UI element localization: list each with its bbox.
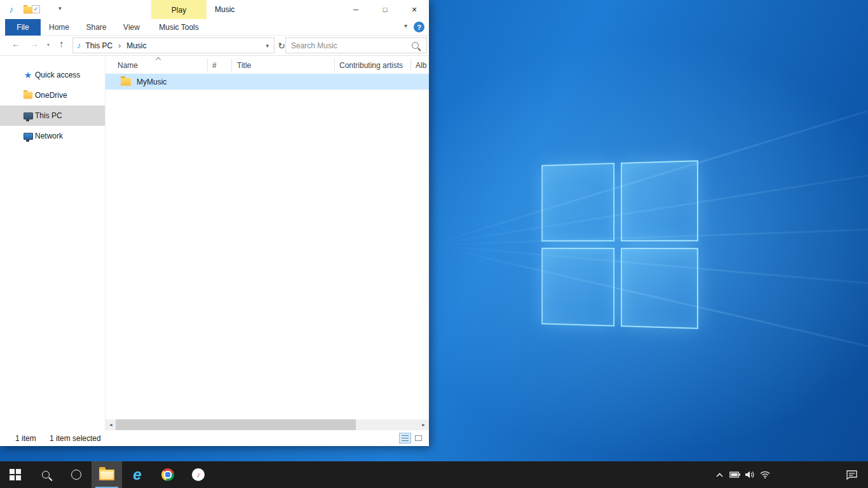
music-note-icon: ♪ (77, 41, 81, 50)
internet-explorer-button[interactable]: e (122, 461, 153, 488)
window-title: Music (215, 5, 234, 14)
chrome-icon (161, 468, 174, 481)
sidebar-item-onedrive[interactable]: OneDrive (0, 85, 105, 105)
details-view-icon (402, 435, 409, 441)
search-icon[interactable] (412, 42, 419, 49)
star-icon: ★ (23, 70, 33, 80)
music-note-icon: ♪ (9, 4, 14, 15)
folder-icon (23, 90, 33, 100)
breadcrumb-separator-icon[interactable]: › (118, 41, 121, 50)
action-center-icon[interactable] (844, 461, 859, 488)
scroll-right-icon[interactable]: ► (418, 419, 429, 430)
column-header-row: Name # Title Contributing artists Alb (105, 56, 429, 74)
column-divider[interactable] (334, 58, 335, 71)
column-divider[interactable] (410, 58, 411, 71)
file-name: MyMusic (137, 78, 166, 86)
status-bar: 1 item 1 item selected (0, 430, 429, 446)
horizontal-scrollbar[interactable]: ◄ ► (105, 419, 429, 430)
tray-chevron-up-icon[interactable] (712, 461, 727, 488)
close-button[interactable]: × (400, 0, 429, 19)
windows-logo-pane (541, 163, 614, 241)
windows-logo (541, 160, 698, 329)
folder-icon (121, 78, 131, 86)
address-dropdown-chevron-icon[interactable]: ▾ (266, 43, 269, 49)
ribbon-tab-row: File Home Share View Music Tools ▾ ? (0, 19, 429, 36)
music-note-icon: ♪ (196, 470, 200, 479)
customize-quick-access-toolbar-chevron-icon[interactable]: ▾ (58, 5, 62, 11)
address-bar[interactable]: ♪ This PC › Music ▾ (72, 37, 275, 53)
new-folder-icon[interactable] (23, 5, 33, 15)
file-explorer-window: ♪ ✓ ▾ Play Music ─ □ × File Home Share V… (0, 0, 429, 446)
tab-share[interactable]: Share (78, 19, 115, 36)
sidebar-item-label: OneDrive (35, 91, 67, 100)
column-header-title[interactable]: Title (237, 61, 251, 70)
volume-icon[interactable] (742, 461, 757, 488)
cortana-icon (71, 470, 81, 480)
breadcrumb-this-pc[interactable]: This PC (86, 41, 113, 50)
chrome-button[interactable] (153, 461, 183, 488)
search-icon (42, 471, 50, 478)
network-icon (23, 131, 33, 141)
column-divider[interactable] (231, 58, 232, 71)
windows-logo-pane (621, 160, 698, 241)
windows-logo-pane (541, 248, 614, 327)
main-area: ★ Quick access OneDrive This PC Network … (0, 56, 429, 430)
file-list: Name # Title Contributing artists Alb My… (105, 56, 429, 430)
cortana-button[interactable] (61, 461, 92, 488)
title-bar[interactable]: ♪ ✓ ▾ Play Music ─ □ × (0, 0, 429, 19)
sidebar-item-label: Network (35, 132, 63, 140)
address-bar-row: ← → ▾ ↑ ♪ This PC › Music ▾ ↻ (0, 36, 429, 56)
search-input[interactable] (286, 41, 412, 50)
column-header-contributing-artists[interactable]: Contributing artists (339, 61, 403, 70)
tab-home[interactable]: Home (41, 19, 78, 36)
sidebar-item-quick-access[interactable]: ★ Quick access (0, 65, 105, 85)
internet-explorer-icon: e (133, 467, 141, 482)
column-divider[interactable] (207, 58, 208, 71)
forward-button[interactable]: → (29, 38, 39, 49)
file-row-mymusic[interactable]: MyMusic (105, 74, 429, 90)
maximize-button[interactable]: □ (370, 0, 400, 19)
taskbar: e ♪ (0, 461, 868, 488)
minimize-button[interactable]: ─ (341, 0, 370, 19)
sidebar-item-label: Quick access (35, 71, 80, 79)
contextual-tab-play[interactable]: Play (151, 0, 207, 20)
battery-icon[interactable] (727, 461, 742, 488)
large-icons-view-button[interactable] (412, 433, 424, 444)
taskbar-file-explorer-button[interactable] (92, 461, 122, 488)
column-header-name[interactable]: Name (118, 61, 138, 70)
back-button[interactable]: ← (11, 38, 21, 49)
computer-icon (23, 111, 33, 121)
recent-locations-chevron-icon[interactable]: ▾ (47, 42, 50, 48)
search-box[interactable] (285, 37, 427, 53)
details-view-button[interactable] (399, 433, 411, 444)
windows-logo-icon (10, 469, 21, 480)
file-explorer-icon (99, 470, 114, 480)
item-count: 1 item (15, 434, 36, 443)
selection-count: 1 item selected (50, 434, 101, 443)
itunes-icon: ♪ (192, 468, 205, 481)
sort-ascending-icon (156, 57, 161, 62)
tab-file[interactable]: File (5, 19, 41, 36)
ribbon-collapse-chevron-icon[interactable]: ▾ (404, 22, 407, 29)
up-button[interactable]: ↑ (59, 38, 64, 49)
column-header-album[interactable]: Alb (416, 61, 426, 70)
windows-logo-pane (621, 248, 698, 329)
scrollbar-thumb[interactable] (116, 419, 356, 430)
taskbar-search-button[interactable] (31, 461, 61, 488)
breadcrumb-music[interactable]: Music (126, 41, 146, 50)
help-icon[interactable]: ? (414, 22, 424, 32)
sidebar-item-this-pc[interactable]: This PC (0, 105, 105, 126)
column-header-number[interactable]: # (212, 61, 217, 70)
contextual-tab-label: Play (172, 6, 186, 15)
itunes-button[interactable]: ♪ (183, 461, 214, 488)
tab-view[interactable]: View (115, 19, 148, 36)
large-icons-view-icon (415, 435, 422, 441)
scroll-left-icon[interactable]: ◄ (105, 419, 116, 430)
sidebar-item-label: This PC (35, 111, 62, 120)
sidebar-item-network[interactable]: Network (0, 126, 105, 146)
window-controls: ─ □ × (341, 0, 429, 19)
navigation-pane: ★ Quick access OneDrive This PC Network (0, 56, 105, 430)
wifi-icon[interactable] (757, 461, 773, 488)
start-button[interactable] (0, 461, 31, 488)
tab-music-tools[interactable]: Music Tools (151, 19, 207, 36)
